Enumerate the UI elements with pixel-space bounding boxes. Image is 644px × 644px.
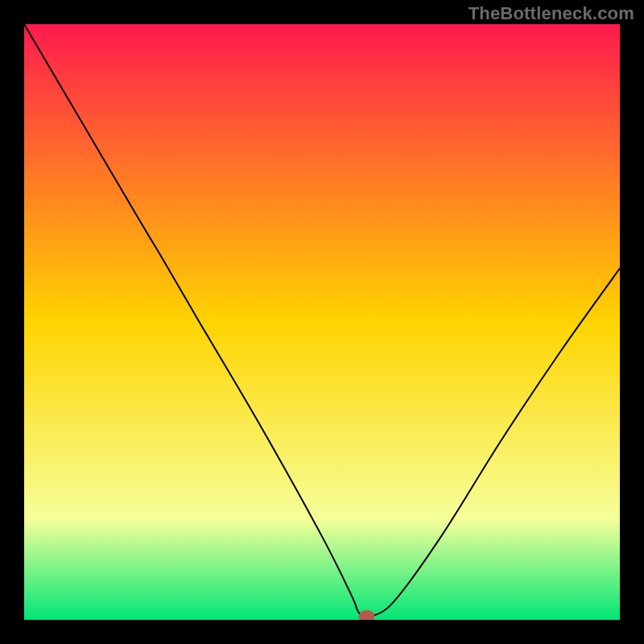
heat-background <box>24 24 620 620</box>
minimum-marker <box>359 610 374 620</box>
watermark-text: TheBottleneck.com <box>469 3 634 24</box>
bottleneck-chart <box>24 24 620 620</box>
chart-frame: { "watermark": "TheBottleneck.com", "col… <box>0 0 644 644</box>
